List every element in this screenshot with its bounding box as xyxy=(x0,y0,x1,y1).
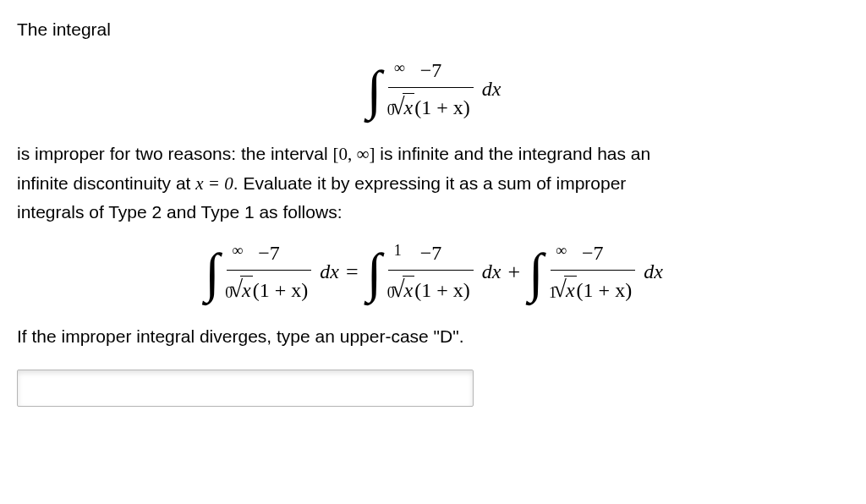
integral-r1: ∫ 1 0 xyxy=(367,251,384,294)
answer-input[interactable] xyxy=(17,370,474,407)
interval-inline: [0, ∞] xyxy=(333,144,375,164)
explanation-line-1: is improper for two reasons: the interva… xyxy=(17,141,849,167)
intro-text: The integral xyxy=(17,17,849,41)
problem-container: The integral ∫ ∞ 0 −7 √x(1 + x) dx is im… xyxy=(0,0,866,504)
split-equation-display: ∫ ∞ 0 −7 √x(1 + x) dx = ∫ 1 0 xyxy=(17,239,849,305)
integral-symbol-main: ∫ ∞ 0 xyxy=(367,68,384,112)
integral-lhs: ∫ ∞ 0 xyxy=(205,251,222,294)
discontinuity-point: x = 0 xyxy=(195,173,233,194)
explanation-line-3: integrals of Type 2 and Type 1 as follow… xyxy=(17,200,849,224)
integral-r2: ∫ ∞ 1 xyxy=(529,251,545,294)
diverge-instruction: If the improper integral diverges, type … xyxy=(17,324,849,348)
plus-sign: + xyxy=(507,257,520,288)
explanation-line-2: infinite discontinuity at x = 0. Evaluat… xyxy=(17,171,849,196)
equals-sign: = xyxy=(346,257,359,288)
main-integral-display: ∫ ∞ 0 −7 √x(1 + x) dx xyxy=(17,57,849,123)
